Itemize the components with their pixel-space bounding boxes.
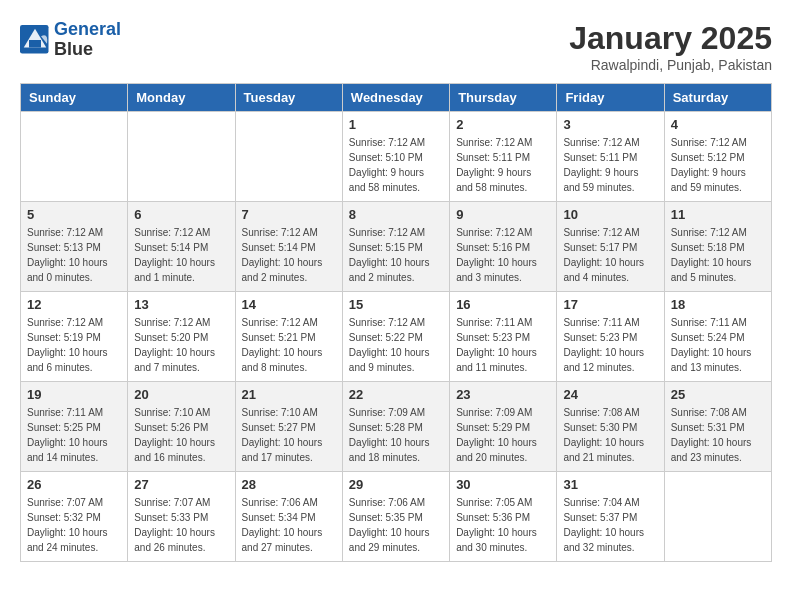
day-number: 2 <box>456 117 550 132</box>
calendar-cell: 11Sunrise: 7:12 AM Sunset: 5:18 PM Dayli… <box>664 202 771 292</box>
calendar-cell: 20Sunrise: 7:10 AM Sunset: 5:26 PM Dayli… <box>128 382 235 472</box>
title-block: January 2025 Rawalpindi, Punjab, Pakista… <box>569 20 772 73</box>
calendar-cell: 28Sunrise: 7:06 AM Sunset: 5:34 PM Dayli… <box>235 472 342 562</box>
day-number: 3 <box>563 117 657 132</box>
day-info: Sunrise: 7:12 AM Sunset: 5:11 PM Dayligh… <box>563 135 657 195</box>
weekday-header-thursday: Thursday <box>450 84 557 112</box>
day-number: 1 <box>349 117 443 132</box>
calendar-table: SundayMondayTuesdayWednesdayThursdayFrid… <box>20 83 772 562</box>
calendar-cell: 22Sunrise: 7:09 AM Sunset: 5:28 PM Dayli… <box>342 382 449 472</box>
day-number: 5 <box>27 207 121 222</box>
day-number: 17 <box>563 297 657 312</box>
logo: General Blue <box>20 20 121 60</box>
day-info: Sunrise: 7:12 AM Sunset: 5:12 PM Dayligh… <box>671 135 765 195</box>
day-info: Sunrise: 7:12 AM Sunset: 5:16 PM Dayligh… <box>456 225 550 285</box>
day-info: Sunrise: 7:12 AM Sunset: 5:22 PM Dayligh… <box>349 315 443 375</box>
day-info: Sunrise: 7:12 AM Sunset: 5:10 PM Dayligh… <box>349 135 443 195</box>
calendar-cell <box>664 472 771 562</box>
calendar-cell: 3Sunrise: 7:12 AM Sunset: 5:11 PM Daylig… <box>557 112 664 202</box>
day-number: 8 <box>349 207 443 222</box>
day-info: Sunrise: 7:11 AM Sunset: 5:24 PM Dayligh… <box>671 315 765 375</box>
calendar-cell: 7Sunrise: 7:12 AM Sunset: 5:14 PM Daylig… <box>235 202 342 292</box>
month-title: January 2025 <box>569 20 772 57</box>
calendar-cell: 27Sunrise: 7:07 AM Sunset: 5:33 PM Dayli… <box>128 472 235 562</box>
day-number: 25 <box>671 387 765 402</box>
week-row-4: 19Sunrise: 7:11 AM Sunset: 5:25 PM Dayli… <box>21 382 772 472</box>
calendar-cell: 13Sunrise: 7:12 AM Sunset: 5:20 PM Dayli… <box>128 292 235 382</box>
location-subtitle: Rawalpindi, Punjab, Pakistan <box>569 57 772 73</box>
week-row-1: 1Sunrise: 7:12 AM Sunset: 5:10 PM Daylig… <box>21 112 772 202</box>
day-number: 21 <box>242 387 336 402</box>
calendar-cell: 15Sunrise: 7:12 AM Sunset: 5:22 PM Dayli… <box>342 292 449 382</box>
day-info: Sunrise: 7:12 AM Sunset: 5:14 PM Dayligh… <box>134 225 228 285</box>
calendar-cell: 26Sunrise: 7:07 AM Sunset: 5:32 PM Dayli… <box>21 472 128 562</box>
calendar-cell: 17Sunrise: 7:11 AM Sunset: 5:23 PM Dayli… <box>557 292 664 382</box>
day-number: 6 <box>134 207 228 222</box>
calendar-cell: 5Sunrise: 7:12 AM Sunset: 5:13 PM Daylig… <box>21 202 128 292</box>
day-info: Sunrise: 7:09 AM Sunset: 5:28 PM Dayligh… <box>349 405 443 465</box>
day-info: Sunrise: 7:12 AM Sunset: 5:11 PM Dayligh… <box>456 135 550 195</box>
day-number: 11 <box>671 207 765 222</box>
day-info: Sunrise: 7:12 AM Sunset: 5:15 PM Dayligh… <box>349 225 443 285</box>
calendar-cell: 1Sunrise: 7:12 AM Sunset: 5:10 PM Daylig… <box>342 112 449 202</box>
calendar-cell: 14Sunrise: 7:12 AM Sunset: 5:21 PM Dayli… <box>235 292 342 382</box>
week-row-2: 5Sunrise: 7:12 AM Sunset: 5:13 PM Daylig… <box>21 202 772 292</box>
calendar-cell: 19Sunrise: 7:11 AM Sunset: 5:25 PM Dayli… <box>21 382 128 472</box>
calendar-cell <box>128 112 235 202</box>
day-info: Sunrise: 7:12 AM Sunset: 5:18 PM Dayligh… <box>671 225 765 285</box>
svg-rect-2 <box>29 40 41 48</box>
day-info: Sunrise: 7:12 AM Sunset: 5:21 PM Dayligh… <box>242 315 336 375</box>
day-number: 10 <box>563 207 657 222</box>
day-number: 4 <box>671 117 765 132</box>
calendar-cell: 29Sunrise: 7:06 AM Sunset: 5:35 PM Dayli… <box>342 472 449 562</box>
day-number: 13 <box>134 297 228 312</box>
calendar-cell: 24Sunrise: 7:08 AM Sunset: 5:30 PM Dayli… <box>557 382 664 472</box>
day-number: 29 <box>349 477 443 492</box>
day-number: 24 <box>563 387 657 402</box>
day-info: Sunrise: 7:11 AM Sunset: 5:25 PM Dayligh… <box>27 405 121 465</box>
day-number: 7 <box>242 207 336 222</box>
day-info: Sunrise: 7:04 AM Sunset: 5:37 PM Dayligh… <box>563 495 657 555</box>
day-info: Sunrise: 7:10 AM Sunset: 5:26 PM Dayligh… <box>134 405 228 465</box>
day-info: Sunrise: 7:12 AM Sunset: 5:14 PM Dayligh… <box>242 225 336 285</box>
day-number: 23 <box>456 387 550 402</box>
day-info: Sunrise: 7:12 AM Sunset: 5:20 PM Dayligh… <box>134 315 228 375</box>
calendar-cell: 4Sunrise: 7:12 AM Sunset: 5:12 PM Daylig… <box>664 112 771 202</box>
day-info: Sunrise: 7:12 AM Sunset: 5:13 PM Dayligh… <box>27 225 121 285</box>
weekday-header-saturday: Saturday <box>664 84 771 112</box>
calendar-cell: 31Sunrise: 7:04 AM Sunset: 5:37 PM Dayli… <box>557 472 664 562</box>
logo-text: General Blue <box>54 20 121 60</box>
day-number: 12 <box>27 297 121 312</box>
day-info: Sunrise: 7:11 AM Sunset: 5:23 PM Dayligh… <box>456 315 550 375</box>
day-number: 31 <box>563 477 657 492</box>
calendar-cell <box>21 112 128 202</box>
calendar-cell: 30Sunrise: 7:05 AM Sunset: 5:36 PM Dayli… <box>450 472 557 562</box>
day-info: Sunrise: 7:12 AM Sunset: 5:19 PM Dayligh… <box>27 315 121 375</box>
day-info: Sunrise: 7:08 AM Sunset: 5:30 PM Dayligh… <box>563 405 657 465</box>
day-number: 27 <box>134 477 228 492</box>
page-header: General Blue January 2025 Rawalpindi, Pu… <box>20 20 772 73</box>
calendar-cell: 9Sunrise: 7:12 AM Sunset: 5:16 PM Daylig… <box>450 202 557 292</box>
day-number: 26 <box>27 477 121 492</box>
weekday-header-row: SundayMondayTuesdayWednesdayThursdayFrid… <box>21 84 772 112</box>
calendar-cell <box>235 112 342 202</box>
day-number: 16 <box>456 297 550 312</box>
weekday-header-tuesday: Tuesday <box>235 84 342 112</box>
day-info: Sunrise: 7:12 AM Sunset: 5:17 PM Dayligh… <box>563 225 657 285</box>
day-info: Sunrise: 7:06 AM Sunset: 5:34 PM Dayligh… <box>242 495 336 555</box>
calendar-cell: 25Sunrise: 7:08 AM Sunset: 5:31 PM Dayli… <box>664 382 771 472</box>
calendar-cell: 21Sunrise: 7:10 AM Sunset: 5:27 PM Dayli… <box>235 382 342 472</box>
day-info: Sunrise: 7:05 AM Sunset: 5:36 PM Dayligh… <box>456 495 550 555</box>
calendar-cell: 6Sunrise: 7:12 AM Sunset: 5:14 PM Daylig… <box>128 202 235 292</box>
calendar-cell: 8Sunrise: 7:12 AM Sunset: 5:15 PM Daylig… <box>342 202 449 292</box>
calendar-cell: 10Sunrise: 7:12 AM Sunset: 5:17 PM Dayli… <box>557 202 664 292</box>
day-number: 19 <box>27 387 121 402</box>
calendar-cell: 2Sunrise: 7:12 AM Sunset: 5:11 PM Daylig… <box>450 112 557 202</box>
day-number: 14 <box>242 297 336 312</box>
week-row-3: 12Sunrise: 7:12 AM Sunset: 5:19 PM Dayli… <box>21 292 772 382</box>
weekday-header-monday: Monday <box>128 84 235 112</box>
day-info: Sunrise: 7:09 AM Sunset: 5:29 PM Dayligh… <box>456 405 550 465</box>
day-info: Sunrise: 7:08 AM Sunset: 5:31 PM Dayligh… <box>671 405 765 465</box>
day-info: Sunrise: 7:07 AM Sunset: 5:32 PM Dayligh… <box>27 495 121 555</box>
day-info: Sunrise: 7:06 AM Sunset: 5:35 PM Dayligh… <box>349 495 443 555</box>
